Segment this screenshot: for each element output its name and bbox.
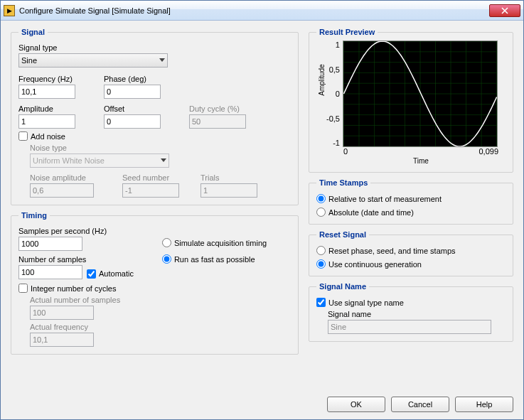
help-button[interactable]: Help — [455, 397, 513, 412]
intcyc-checkbox[interactable] — [18, 284, 28, 293]
preview-group: Result Preview Amplitude 1 0,5 0 -0,5 -1 — [309, 28, 513, 173]
use-signame-row[interactable]: Use signal type name — [316, 298, 506, 307]
use-signame-checkbox[interactable] — [316, 298, 326, 307]
reset-cont-label: Use continuous generation — [328, 260, 422, 269]
automatic-checkbox[interactable] — [87, 269, 96, 279]
timing-group: Timing Samples per second (Hz) Number of… — [11, 211, 299, 355]
close-button[interactable] — [489, 4, 520, 17]
simacq-radio[interactable] — [162, 238, 171, 247]
phase-label: Phase (deg) — [104, 75, 161, 83]
use-signame-label: Use signal type name — [328, 298, 404, 307]
intcyc-label: Integer number of cycles — [31, 284, 116, 293]
signame-input — [328, 320, 491, 334]
signal-type-select[interactable]: Sine — [18, 53, 168, 68]
reset-group: Reset Signal Reset phase, seed, and time… — [309, 230, 513, 276]
trials-label: Trials — [200, 173, 257, 182]
window-title: Configure Simulate Signal [Simulate Sign… — [19, 6, 489, 15]
signal-group: Signal Signal type Sine Frequency (Hz) P… — [11, 28, 299, 205]
addnoise-check[interactable]: Add noise — [18, 131, 291, 141]
addnoise-checkbox[interactable] — [18, 131, 28, 141]
fast-radio[interactable] — [162, 254, 171, 264]
ts-abs-label: Absolute (date and time) — [328, 208, 414, 217]
preview-xlabel: Time — [343, 157, 498, 165]
ts-rel-label: Relative to start of measurement — [328, 195, 442, 203]
ok-button[interactable]: OK — [327, 397, 385, 412]
close-icon — [501, 7, 508, 14]
intcyc-check[interactable]: Integer number of cycles — [18, 284, 291, 293]
reset-phase-radio[interactable] — [316, 246, 326, 255]
offset-label: Offset — [104, 104, 161, 113]
addnoise-label: Add noise — [31, 132, 65, 141]
noisetype-label: Noise type — [30, 144, 291, 152]
preview-plot — [343, 41, 498, 147]
seed-input — [122, 183, 179, 198]
amplitude-label: Amplitude — [18, 104, 75, 113]
noiseamp-input — [30, 183, 94, 198]
signame-label: Signal name — [328, 310, 506, 318]
noiseamp-label: Noise amplitude — [30, 173, 94, 182]
ytick-05: 0,5 — [326, 65, 340, 74]
signame-legend: Signal Name — [316, 282, 369, 291]
nos-input[interactable] — [18, 265, 82, 279]
reset-legend: Reset Signal — [316, 230, 369, 239]
preview-ylabel: Amplitude — [318, 64, 326, 95]
timestamps-legend: Time Stamps — [316, 178, 370, 187]
reset-cont-radio[interactable] — [316, 259, 326, 269]
duty-label: Duty cycle (%) — [189, 104, 246, 113]
noisetype-select: Uniform White Noise — [30, 154, 169, 168]
dialog-window: ▶ Configure Simulate Signal [Simulate Si… — [0, 0, 524, 420]
phase-input[interactable] — [104, 85, 161, 99]
ytick-n1: -1 — [326, 139, 340, 147]
dialog-content: Signal Signal type Sine Frequency (Hz) P… — [1, 21, 523, 419]
sps-input[interactable] — [18, 237, 82, 251]
ts-rel-row[interactable]: Relative to start of measurement — [316, 194, 506, 203]
actfreq-input — [30, 333, 94, 347]
seed-label: Seed number — [122, 173, 179, 182]
reset-phase-label: Reset phase, seed, and time stamps — [328, 247, 456, 255]
actnum-input — [30, 306, 94, 320]
sps-label: Samples per second (Hz) — [18, 227, 134, 235]
button-row: OK Cancel Help — [309, 392, 513, 412]
simacq-radio-row[interactable]: Simulate acquisition timing — [162, 238, 267, 247]
xtick-0: 0 — [343, 147, 348, 156]
reset-cont-row[interactable]: Use continuous generation — [316, 259, 506, 269]
ytick-1: 1 — [326, 41, 340, 49]
duty-input — [189, 114, 246, 129]
automatic-check[interactable]: Automatic — [87, 269, 134, 279]
signal-legend: Signal — [18, 28, 48, 36]
simacq-label: Simulate acquisition timing — [174, 239, 267, 247]
reset-phase-row[interactable]: Reset phase, seed, and time stamps — [316, 246, 506, 255]
fast-radio-row[interactable]: Run as fast as possible — [162, 254, 267, 264]
frequency-label: Frequency (Hz) — [18, 75, 75, 83]
offset-input[interactable] — [104, 114, 161, 129]
trials-input — [200, 183, 257, 198]
ts-abs-row[interactable]: Absolute (date and time) — [316, 208, 506, 217]
ts-rel-radio[interactable] — [316, 194, 326, 203]
ytick-0: 0 — [326, 90, 340, 98]
actfreq-label: Actual frequency — [30, 323, 291, 331]
ytick-n05: -0,5 — [326, 114, 340, 123]
nos-label: Number of samples — [18, 255, 134, 264]
app-icon: ▶ — [4, 5, 15, 16]
amplitude-input[interactable] — [18, 114, 75, 129]
automatic-label: Automatic — [99, 269, 134, 278]
signame-group: Signal Name Use signal type name Signal … — [309, 282, 513, 342]
timing-legend: Timing — [18, 211, 50, 220]
xtick-end: 0,099 — [478, 147, 498, 156]
frequency-input[interactable] — [18, 85, 75, 99]
ts-abs-radio[interactable] — [316, 208, 326, 217]
signal-type-label: Signal type — [18, 43, 291, 52]
actnum-label: Actual number of samples — [30, 296, 291, 304]
timestamps-group: Time Stamps Relative to start of measure… — [309, 178, 513, 225]
preview-legend: Result Preview — [316, 28, 378, 36]
cancel-button[interactable]: Cancel — [391, 397, 449, 412]
fast-label: Run as fast as possible — [174, 255, 255, 264]
titlebar[interactable]: ▶ Configure Simulate Signal [Simulate Si… — [1, 1, 523, 21]
